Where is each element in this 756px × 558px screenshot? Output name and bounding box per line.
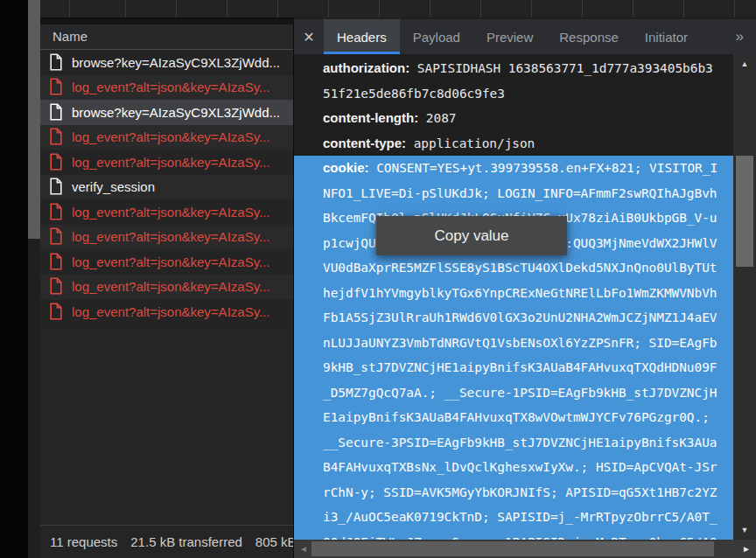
cookie-line: cookie: CONSENT=YES+yt.399739558.en+FX+8… — [294, 156, 733, 181]
file-icon — [49, 78, 63, 96]
page-background — [0, 0, 28, 558]
close-icon[interactable]: ✕ — [294, 19, 324, 54]
tab-headers[interactable]: Headers — [324, 19, 400, 54]
request-name: log_event?alt=json&key=AIzaSy... — [72, 80, 270, 94]
scroll-right-icon[interactable]: ► — [738, 540, 754, 558]
header-line[interactable]: content-length: 2087 — [294, 106, 733, 131]
header-value: application/json — [406, 136, 535, 150]
request-count: 11 requests — [50, 534, 117, 549]
request-row[interactable]: log_event?alt=json&key=AIzaSy... — [40, 275, 293, 300]
tab-label: Response — [559, 30, 619, 45]
file-icon — [49, 203, 63, 221]
request-list: browse?key=AIzaSyC9XL3ZjWdd... log_event… — [40, 50, 293, 324]
cookie-line: QOdJQEiTWLvJZ; __Secure-1PAPISID=j_-MrRT… — [294, 530, 733, 541]
scroll-up-icon[interactable]: ▲ — [733, 56, 756, 72]
page-scrollbar-thumb[interactable] — [28, 0, 40, 239]
tab-preview[interactable]: Preview — [473, 19, 546, 54]
devtools-network-panel: Name browse?key=AIzaSyC9XL3ZjWdd... log_… — [0, 0, 756, 558]
request-name: browse?key=AIzaSyC9XL3ZjWdd... — [72, 55, 280, 70]
cookie-line: _D5MZ7gQcQ7aA.; __Secure-1PSID=EAgFb9kHB… — [294, 380, 733, 406]
file-icon — [49, 277, 63, 296]
file-icon — [49, 253, 63, 271]
tab-label: Payload — [413, 30, 460, 45]
cookie-line: __Secure-3PSID=EAgFb9kHB_stJ7DVZNCjHE1ai… — [294, 430, 733, 456]
tab-label: Preview — [486, 30, 533, 45]
file-icon — [49, 53, 63, 72]
header-line[interactable]: authorization: SAPISIDHASH 1638563771_1d… — [294, 56, 733, 81]
cookie-line: E1aipyBnifsK3AUaB4FAHvuxqTX8wVOwtmWJYCFv… — [294, 405, 733, 430]
context-menu: Copy value — [376, 216, 567, 255]
horizontal-scrollbar-thumb[interactable] — [312, 541, 714, 556]
cookie-header-selected[interactable]: cookie: CONSENT=YES+yt.399739558.en+FX+8… — [294, 156, 733, 540]
request-name: log_event?alt=json&key=AIzaSy... — [72, 255, 270, 269]
request-detail-panel: ✕ Headers Payload Preview Response Initi… — [294, 17, 756, 558]
detail-horizontal-scrollbar[interactable]: ◄ ► — [294, 540, 756, 558]
header-value: 2087 — [418, 111, 456, 125]
header-key: content-length: — [323, 110, 418, 125]
request-list-panel: Name browse?key=AIzaSyC9XL3ZjWdd... log_… — [40, 24, 294, 558]
scroll-left-icon[interactable]: ◄ — [296, 540, 312, 558]
file-icon — [49, 103, 63, 122]
tab-response[interactable]: Response — [546, 19, 632, 54]
request-name: log_event?alt=json&key=AIzaSy... — [72, 155, 270, 170]
headers-content: authorization: SAPISIDHASH 1638563771_1d… — [294, 54, 733, 540]
cookie-line: B4FAHvuxqTXBsNx_lDvQclKghesxwIyXw.; HSID… — [294, 455, 733, 480]
header-value: SAPISIDHASH 1638563771_1d777a393405b6b3 — [410, 61, 713, 75]
request-row[interactable]: log_event?alt=json&key=AIzaSy... — [40, 299, 293, 324]
cookie-line: i3_/AuOC5eaK0719CkTnD; SAPISID=j_-MrRTpy… — [294, 505, 733, 530]
cookie-value: CONSENT=YES+yt.399739558.en+FX+821; VISI… — [369, 161, 718, 175]
request-name: log_event?alt=json&key=AIzaSy... — [72, 304, 270, 319]
header-key: authorization: — [323, 60, 410, 75]
request-row[interactable]: verify_session — [40, 175, 293, 200]
page-scrollbar[interactable] — [28, 0, 40, 558]
resources-size: 805 kB — [256, 534, 294, 549]
cookie-line: VU0dBaXprRE5MZFlSSE8yS1BScTU4OXlDekd5NXJ… — [294, 255, 733, 281]
request-name: verify_session — [72, 179, 155, 194]
request-row[interactable]: log_event?alt=json&key=AIzaSy... — [40, 225, 293, 250]
request-name: log_event?alt=json&key=AIzaSy... — [72, 205, 270, 220]
name-column-header[interactable]: Name — [40, 24, 293, 50]
tab-label: Headers — [337, 30, 387, 45]
request-row[interactable]: log_event?alt=json&key=AIzaSy... — [40, 75, 293, 101]
header-value: 51f21e5de86fb7c8d06c9fe3 — [323, 87, 505, 101]
request-row[interactable]: log_event?alt=json&key=AIzaSy... — [40, 150, 293, 175]
request-name: log_event?alt=json&key=AIzaSy... — [72, 229, 270, 244]
scroll-down-icon[interactable]: ▼ — [733, 522, 756, 538]
request-row[interactable]: log_event?alt=json&key=AIzaSy... — [40, 199, 293, 225]
tab-payload[interactable]: Payload — [400, 19, 473, 54]
cookie-line: rChN-y; SSID=AVK5MGyYbKORJNIfS; APISID=q… — [294, 480, 733, 506]
request-name: browse?key=AIzaSyC9XL3ZjWdd... — [72, 105, 280, 120]
tab-label: Initiator — [645, 30, 688, 45]
transferred-size: 21.5 kB transferred — [130, 534, 242, 549]
file-icon — [49, 178, 63, 196]
header-line[interactable]: 51f21e5de86fb7c8d06c9fe3 — [294, 81, 733, 107]
more-tabs-icon[interactable]: » — [724, 19, 756, 54]
network-status-bar: 11 requests 21.5 kB transferred 805 kB — [40, 525, 294, 558]
request-name: log_event?alt=json&key=AIzaSy... — [72, 279, 270, 294]
vertical-scrollbar-thumb[interactable] — [736, 156, 753, 267]
file-icon — [49, 128, 63, 146]
header-line[interactable]: content-type: application/json — [294, 131, 733, 157]
detail-vertical-scrollbar[interactable]: ▲ ▼ — [733, 54, 756, 540]
cookie-line: 9kHB_stJ7DVZNCjHE1aipyBnifsK3AUaB4FAHvux… — [294, 355, 733, 380]
request-name: log_event?alt=json&key=AIzaSy... — [72, 129, 270, 144]
file-icon — [49, 153, 63, 171]
cookie-line: NFO1_LIVE=Di-pSlUKdJk; LOGIN_INFO=AFmmF2… — [294, 181, 733, 206]
request-row[interactable]: log_event?alt=json&key=AIzaSy... — [40, 249, 293, 275]
context-menu-item-copy-value[interactable]: Copy value — [434, 227, 508, 245]
request-row[interactable]: browse?key=AIzaSyC9XL3ZjWdd... — [40, 50, 293, 75]
file-icon — [49, 303, 63, 321]
request-row[interactable]: log_event?alt=json&key=AIzaSy... — [40, 125, 293, 150]
network-table-header-strip — [40, 0, 756, 18]
header-key: cookie: — [323, 160, 369, 175]
file-icon — [49, 227, 63, 246]
tab-initiator[interactable]: Initiator — [632, 19, 701, 54]
cookie-line: nLUJJaUNYZ3VmbTdNRGVtQ1VsbENsOXl6YzZPSnF… — [294, 331, 733, 356]
header-key: content-type: — [323, 136, 406, 150]
cookie-line: hejdfV1hYVmgyblkyTGx6YnpCRExNeGtNRElLbFo… — [294, 281, 733, 306]
detail-tab-bar: ✕ Headers Payload Preview Response Initi… — [294, 19, 756, 54]
request-row-selected[interactable]: browse?key=AIzaSyC9XL3ZjWdd... — [40, 100, 293, 125]
cookie-line: Fb1A5SjZ3UlRraUh1RWd6V0lGX3o2UnU2NHA2WmJ… — [294, 305, 733, 331]
